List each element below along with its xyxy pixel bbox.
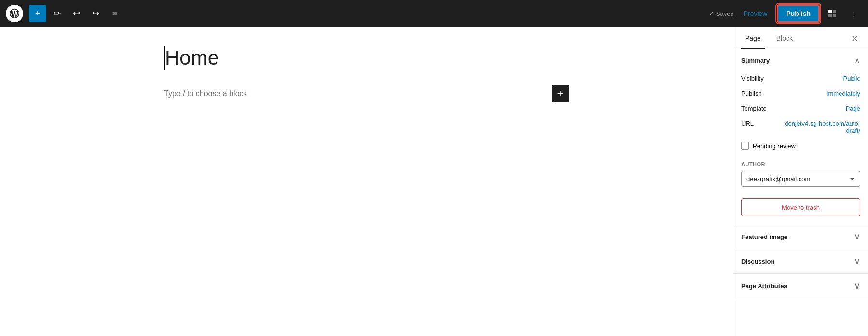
- page-attributes-title: Page Attributes: [741, 282, 787, 290]
- author-select[interactable]: deezgrafix@gmail.com: [741, 171, 860, 187]
- placeholder-text: Type / to choose a block: [164, 89, 247, 98]
- tab-page[interactable]: Page: [741, 28, 765, 49]
- toolbar-right: ✓ Saved Preview Publish ⋮: [709, 4, 862, 23]
- summary-section: Summary ∧ Visibility Public Publish Imme…: [733, 50, 868, 224]
- featured-image-section: Featured image ∨: [733, 224, 868, 249]
- tab-block[interactable]: Block: [773, 28, 797, 49]
- featured-image-header[interactable]: Featured image ∨: [733, 224, 868, 249]
- publish-label: Publish: [741, 90, 762, 97]
- edit-button[interactable]: ✏: [48, 5, 66, 22]
- publish-row: Publish Immediately: [741, 86, 860, 101]
- svg-rect-3: [833, 14, 836, 17]
- summary-chevron-icon: ∧: [854, 56, 860, 65]
- plus-icon: +: [557, 87, 564, 100]
- sidebar: Page Block ✕ Summary ∧ Visibility Public…: [733, 27, 868, 336]
- visibility-label: Visibility: [741, 75, 764, 82]
- summary-section-header[interactable]: Summary ∧: [733, 50, 868, 71]
- author-label: AUTHOR: [741, 161, 860, 167]
- redo-button[interactable]: ↪: [87, 5, 104, 22]
- undo-button[interactable]: ↩: [68, 5, 85, 22]
- page-attributes-chevron-icon: ∨: [854, 280, 860, 291]
- more-options-button[interactable]: ⋮: [845, 5, 862, 22]
- page-attributes-section: Page Attributes ∨: [733, 274, 868, 298]
- template-row: Template Page: [741, 101, 860, 116]
- saved-label: ✓ Saved: [709, 10, 734, 17]
- wp-logo: [6, 5, 23, 22]
- move-to-trash-button[interactable]: Move to trash: [741, 198, 860, 216]
- template-value[interactable]: Page: [846, 105, 860, 112]
- url-value[interactable]: donjetv4.sg-host.com/auto-draft/: [783, 120, 860, 134]
- featured-image-title: Featured image: [741, 233, 787, 240]
- block-placeholder[interactable]: Type / to choose a block +: [164, 81, 569, 106]
- editor-area: Type / to choose a block +: [0, 27, 733, 336]
- template-label: Template: [741, 105, 767, 112]
- main-area: Type / to choose a block + Page Block ✕ …: [0, 27, 868, 336]
- publish-button[interactable]: Publish: [777, 4, 820, 23]
- pending-review-label: Pending review: [753, 142, 796, 150]
- publish-value[interactable]: Immediately: [827, 90, 860, 97]
- edit-icon: ✏: [54, 8, 61, 19]
- author-section: AUTHOR deezgrafix@gmail.com: [733, 161, 868, 195]
- list-icon: ≡: [112, 9, 118, 19]
- discussion-title: Discussion: [741, 258, 774, 265]
- discussion-chevron-icon: ∨: [854, 256, 860, 266]
- visibility-value[interactable]: Public: [843, 75, 860, 82]
- visibility-row: Visibility Public: [741, 71, 860, 86]
- editor-content: Type / to choose a block +: [164, 46, 569, 106]
- featured-image-chevron-icon: ∨: [854, 231, 860, 242]
- checkmark-icon: ✓: [709, 10, 714, 17]
- add-block-inline-button[interactable]: +: [552, 85, 569, 102]
- undo-icon: ↩: [73, 8, 80, 19]
- summary-title: Summary: [741, 57, 770, 64]
- pending-review-checkbox[interactable]: [741, 142, 749, 150]
- page-attributes-header[interactable]: Page Attributes ∨: [733, 274, 868, 298]
- close-sidebar-button[interactable]: ✕: [849, 31, 860, 46]
- toolbar: + ✏ ↩ ↪ ≡ ✓ Saved Preview Publish: [0, 0, 868, 27]
- svg-rect-2: [828, 14, 832, 17]
- settings-button[interactable]: [824, 5, 841, 22]
- settings-icon: [827, 8, 837, 19]
- url-label: URL: [741, 120, 754, 127]
- redo-icon: ↪: [92, 8, 99, 19]
- svg-rect-0: [828, 10, 832, 13]
- page-title-input[interactable]: [164, 46, 569, 70]
- more-icon: ⋮: [851, 10, 857, 17]
- url-row: URL donjetv4.sg-host.com/auto-draft/: [741, 116, 860, 138]
- sidebar-tabs: Page Block ✕: [733, 27, 868, 50]
- list-view-button[interactable]: ≡: [106, 5, 123, 22]
- preview-button[interactable]: Preview: [738, 7, 773, 20]
- plus-icon: +: [35, 9, 41, 19]
- discussion-header[interactable]: Discussion ∨: [733, 249, 868, 273]
- discussion-section: Discussion ∨: [733, 249, 868, 274]
- svg-rect-1: [833, 10, 836, 13]
- summary-content: Visibility Public Publish Immediately Te…: [733, 71, 868, 161]
- pending-review-row: Pending review: [741, 138, 860, 154]
- add-block-button[interactable]: +: [29, 5, 46, 22]
